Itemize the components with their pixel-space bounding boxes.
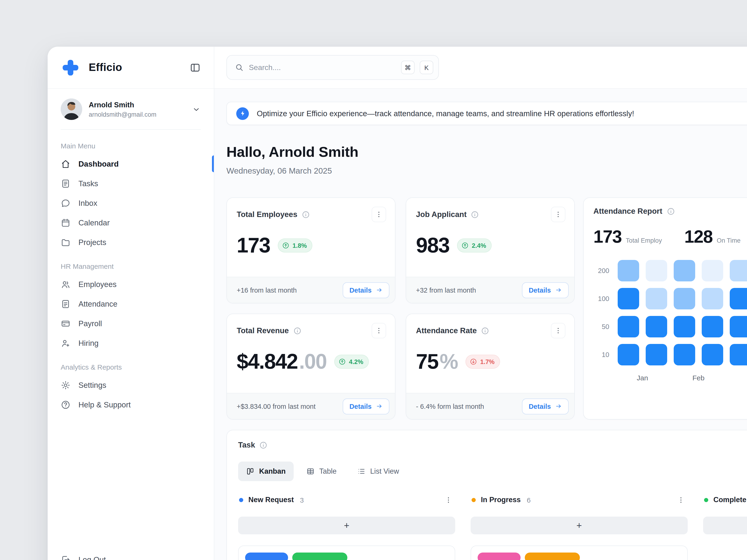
- trend-badge: 1.8%: [278, 238, 313, 252]
- user-profile[interactable]: Arnold Smith arnoldsmith@gmail.com: [61, 89, 201, 130]
- task-title: Task: [238, 441, 255, 449]
- heatmap-cell: [702, 316, 723, 338]
- tab-table[interactable]: Table: [298, 461, 344, 481]
- kanban-column-complete: Complete+: [703, 494, 747, 560]
- info-icon[interactable]: [667, 207, 675, 215]
- sidebar-item-employees[interactable]: Employees: [61, 274, 201, 294]
- logout-label: Log Out: [78, 555, 106, 560]
- sidebar-item-label: Dashboard: [78, 159, 119, 168]
- folder-icon: [61, 237, 71, 247]
- stat-title: Job Applicant: [416, 210, 467, 219]
- sidebar-item-hiring[interactable]: Hiring: [61, 333, 201, 353]
- task-tag: [478, 553, 520, 560]
- sidebar-nav: Main MenuDashboardTasksInboxCalendarProj…: [48, 130, 214, 550]
- heatmap-y-label: 100: [593, 295, 611, 302]
- column-title: New Request: [248, 496, 294, 504]
- stat-value: 173: [237, 233, 270, 258]
- trend-badge: 4.2%: [335, 355, 369, 369]
- search-icon: [235, 63, 244, 72]
- info-icon[interactable]: [481, 326, 489, 335]
- announcement-banner: Optimize your Efficio experience—track a…: [227, 102, 747, 125]
- app-title: Efficio: [89, 61, 181, 74]
- active-indicator: [212, 155, 214, 172]
- task-tag: [245, 553, 288, 560]
- sidebar-item-attendance[interactable]: Attendance: [61, 294, 201, 314]
- stat-card-footer: +$3.834.00 from last montDetails: [227, 393, 395, 419]
- topbar: ⌘ K: [214, 47, 747, 89]
- stat-card-footer: +32 from last monthDetails: [406, 277, 574, 303]
- info-icon[interactable]: [259, 441, 268, 449]
- add-task-button[interactable]: +: [238, 516, 455, 534]
- arrow-down-circle-icon: [470, 358, 478, 365]
- tab-list-view[interactable]: List View: [349, 461, 407, 481]
- stat-title: Attendance Rate: [416, 326, 477, 335]
- summary-label: On Time: [717, 237, 741, 247]
- stat-card-footer: +16 from last monthDetails: [227, 277, 395, 303]
- stat-card-job-applicant: Job Applicant9832.4%+32 from last monthD…: [406, 197, 575, 303]
- calendar-icon: [61, 218, 71, 228]
- sidebar-item-settings[interactable]: Settings: [61, 375, 201, 395]
- sidebar-item-calendar[interactable]: Calendar: [61, 213, 201, 232]
- kanban-column-header: In Progress6: [471, 494, 688, 505]
- details-button[interactable]: Details: [522, 282, 569, 298]
- search-input[interactable]: [249, 63, 396, 72]
- add-task-button[interactable]: +: [471, 516, 688, 534]
- stat-value: 75%: [416, 349, 458, 374]
- help-icon: [61, 400, 71, 409]
- column-count: 6: [527, 496, 531, 504]
- details-button[interactable]: Details: [343, 398, 389, 414]
- column-menu-button[interactable]: [442, 494, 454, 505]
- card-menu-button[interactable]: [371, 323, 386, 338]
- sidebar-item-tasks[interactable]: Tasks: [61, 174, 201, 193]
- dashboard-row: Total Employees1731.8%+16 from last mont…: [227, 197, 747, 420]
- trend-badge: 1.7%: [466, 355, 500, 369]
- efficio-logo-icon: [61, 58, 80, 77]
- card-menu-button[interactable]: [551, 323, 565, 338]
- stat-card-total-revenue: Total Revenue$4.842.004.2%+$3.834.00 fro…: [227, 314, 395, 420]
- card-menu-button[interactable]: [371, 207, 386, 222]
- stat-card-total-employees: Total Employees1731.8%+16 from last mont…: [227, 197, 395, 303]
- column-count: 3: [300, 496, 304, 504]
- details-button[interactable]: Details: [522, 398, 569, 414]
- heatmap-cell: [730, 316, 747, 338]
- trend-badge: 2.4%: [457, 238, 492, 252]
- attendance-icon: [61, 299, 71, 309]
- sidebar-item-help-support[interactable]: Help & Support: [61, 395, 201, 415]
- column-menu-button[interactable]: [675, 494, 687, 505]
- add-task-button[interactable]: +: [703, 516, 747, 534]
- column-title: In Progress: [481, 496, 521, 504]
- sidebar-item-dashboard[interactable]: Dashboard: [61, 154, 201, 174]
- stat-footnote: - 6.4% form last month: [416, 402, 484, 410]
- sidebar-header: Efficio: [48, 47, 214, 89]
- employees-icon: [61, 279, 71, 289]
- kanban-icon: [246, 467, 254, 476]
- kanban-column-new-request: New Request3+: [238, 494, 455, 560]
- heatmap-cell: [674, 316, 695, 338]
- details-button[interactable]: Details: [343, 282, 389, 298]
- sidebar-item-label: Calendar: [78, 218, 110, 227]
- task-card-item[interactable]: [471, 545, 688, 560]
- sidebar-item-label: Inbox: [78, 198, 97, 208]
- attendance-report-card: Attendance Report 173 Total Employ: [583, 197, 747, 420]
- info-icon[interactable]: [471, 210, 479, 219]
- search-box[interactable]: ⌘ K: [227, 55, 439, 80]
- sidebar-item-payroll[interactable]: Payroll: [61, 314, 201, 333]
- sidebar-item-projects[interactable]: Projects: [61, 232, 201, 252]
- stats-grid: Total Employees1731.8%+16 from last mont…: [227, 197, 575, 420]
- logout-button[interactable]: Log Out: [61, 550, 201, 560]
- attendance-heatmap: 2001005010JanFebMar: [593, 260, 747, 382]
- user-meta: Arnold Smith arnoldsmith@gmail.com: [89, 101, 185, 118]
- shortcut-cmd-key: ⌘: [401, 61, 415, 74]
- card-menu-button[interactable]: [551, 207, 565, 222]
- sidebar-item-inbox[interactable]: Inbox: [61, 193, 201, 213]
- info-icon[interactable]: [302, 210, 310, 219]
- heatmap-x-label: Feb: [692, 374, 704, 382]
- task-card-item[interactable]: [238, 545, 455, 560]
- kebab-icon: [554, 327, 562, 335]
- attendance-report-title: Attendance Report: [593, 207, 662, 216]
- sidebar-toggle-icon[interactable]: [189, 62, 201, 73]
- heatmap-cell: [646, 344, 667, 365]
- tab-kanban[interactable]: Kanban: [238, 461, 294, 481]
- page-title: Hallo, Arnold Smith: [227, 144, 747, 161]
- info-icon[interactable]: [293, 326, 301, 335]
